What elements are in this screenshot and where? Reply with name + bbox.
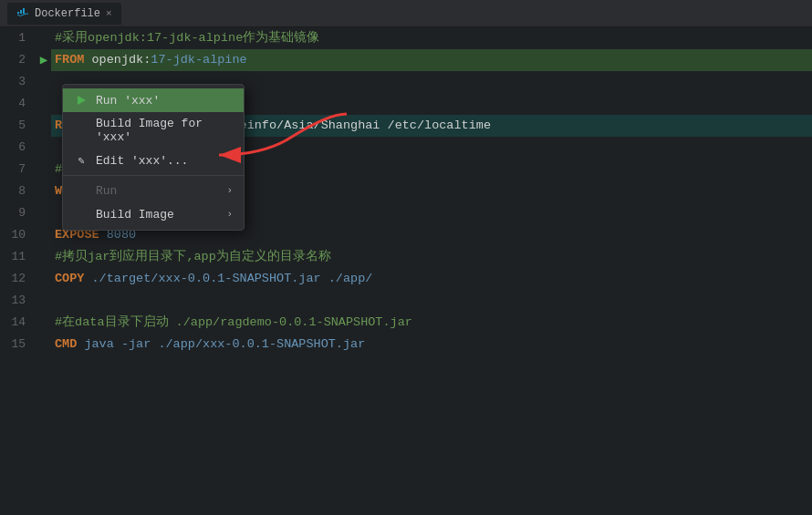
run-arrow-icon: ▶ [40,49,47,71]
line-num-14: 14 [0,312,36,334]
title-bar: Dockerfile × [0,0,812,27]
line-num-8: 8 [0,180,36,202]
svg-rect-1 [20,12,22,14]
code-line-14: 14 #在data目录下启动 ./app/ragdemo-0.0.1-SNAPS… [0,312,812,334]
code-line-1: 1 #采用openjdk:17-jdk-alpine作为基础镜像 [0,27,812,49]
line-num-6: 6 [0,137,36,159]
menu-item-run-xxx[interactable]: Run 'xxx' [63,88,244,112]
code-line-13: 13 [0,290,812,312]
line-content-12: COPY ./target/xxx-0.0.1-SNAPSHOT.jar ./a… [51,268,812,290]
context-menu: Run 'xxx' Build Image for 'xxx' ✎ Edit '… [62,84,245,231]
line-arrow-4 [36,93,51,115]
line-num-13: 13 [0,290,36,312]
menu-item-run[interactable]: Run › [63,179,244,202]
line-arrow-1 [36,27,51,49]
menu-separator-1 [63,175,244,176]
menu-item-build-image[interactable]: Build Image › [63,202,244,226]
line-arrow-15 [36,334,51,355]
docker-icon [16,7,29,20]
tab-label: Dockerfile [35,7,100,20]
line-content-1: #采用openjdk:17-jdk-alpine作为基础镜像 [51,27,812,49]
line-num-5: 5 [0,115,36,137]
line-num-15: 15 [0,334,36,355]
submenu-arrow-build: › [226,209,233,220]
svg-rect-4 [23,10,25,12]
line-arrow-7 [36,159,51,180]
line-content-11: #拷贝jar到应用目录下,app为自定义的目录名称 [51,246,812,268]
line-arrow-14 [36,312,51,334]
code-line-11: 11 #拷贝jar到应用目录下,app为自定义的目录名称 [0,246,812,268]
play-icon [74,93,88,108]
svg-rect-2 [23,12,25,14]
menu-item-build-image-sub-label: Build Image [96,208,174,221]
menu-item-run-label: Run [96,184,117,198]
line-content-14: #在data目录下启动 ./app/ragdemo-0.0.1-SNAPSHOT… [51,312,812,334]
line-arrow-9 [36,202,51,224]
line-num-9: 9 [0,202,36,224]
line-arrow-11 [36,246,51,268]
line-arrow-8 [36,180,51,202]
code-line-15: 15 CMD java -jar ./app/xxx-0.0.1-SNAPSHO… [0,334,812,355]
line-content-2: FROM openjdk:17-jdk-alpine [51,49,812,71]
menu-item-run-xxx-label: Run 'xxx' [96,94,160,108]
edit-icon: ✎ [74,153,88,168]
code-line-12: 12 COPY ./target/xxx-0.0.1-SNAPSHOT.jar … [0,268,812,290]
line-num-2: 2 [0,49,36,71]
line-arrow-2: ▶ [36,49,51,71]
code-line-2: 2 ▶ FROM openjdk:17-jdk-alpine [0,49,812,71]
editor-area: 1 #采用openjdk:17-jdk-alpine作为基础镜像 2 ▶ FRO… [0,27,812,515]
line-arrow-13 [36,290,51,312]
line-num-4: 4 [0,93,36,115]
line-content-13 [51,290,812,312]
line-content-15: CMD java -jar ./app/xxx-0.0.1-SNAPSHOT.j… [51,334,812,355]
build-icon [74,123,88,138]
svg-rect-5 [23,8,25,10]
svg-rect-0 [17,12,19,14]
dockerfile-tab[interactable]: Dockerfile × [7,3,121,25]
line-num-10: 10 [0,224,36,246]
line-num-7: 7 [0,159,36,180]
line-num-3: 3 [0,71,36,93]
line-arrow-10 [36,224,51,246]
line-arrow-5 [36,115,51,137]
submenu-arrow-run: › [226,185,233,196]
line-arrow-6 [36,137,51,159]
svg-rect-3 [20,10,22,12]
build-image-icon [74,207,88,221]
line-num-1: 1 [0,27,36,49]
line-arrow-3 [36,71,51,93]
line-num-11: 11 [0,246,36,268]
menu-item-edit-label: Edit 'xxx'... [96,154,188,168]
menu-item-build-image-label: Build Image for 'xxx' [96,117,233,144]
line-num-12: 12 [0,268,36,290]
run-sub-icon [74,183,88,198]
menu-item-edit-xxx[interactable]: ✎ Edit 'xxx'... [63,149,244,172]
line-arrow-12 [36,268,51,290]
tab-close-button[interactable]: × [106,8,112,19]
menu-item-build-image-xxx[interactable]: Build Image for 'xxx' [63,112,244,149]
